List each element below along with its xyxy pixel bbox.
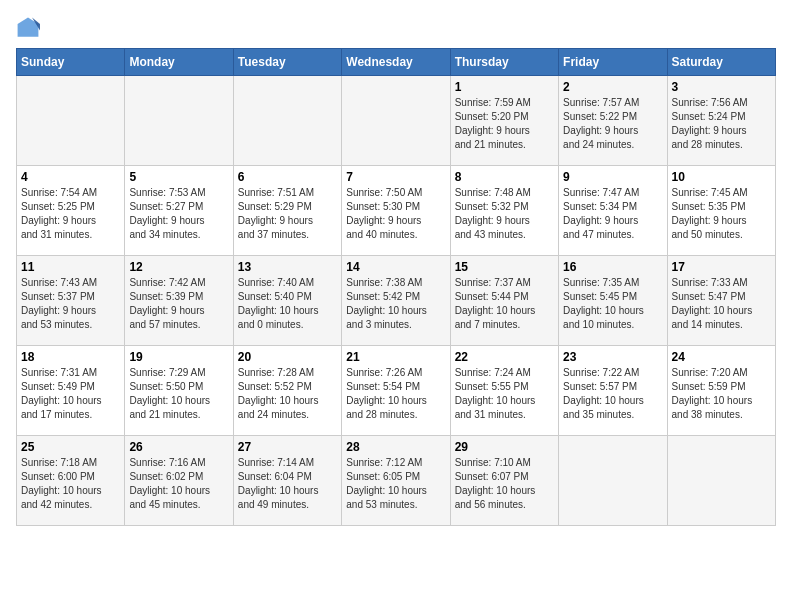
calendar-cell: 26Sunrise: 7:16 AM Sunset: 6:02 PM Dayli… (125, 436, 233, 526)
header-day-thursday: Thursday (450, 49, 558, 76)
day-detail: Sunrise: 7:26 AM Sunset: 5:54 PM Dayligh… (346, 366, 445, 422)
day-number: 2 (563, 80, 662, 94)
calendar-cell: 3Sunrise: 7:56 AM Sunset: 5:24 PM Daylig… (667, 76, 775, 166)
day-detail: Sunrise: 7:54 AM Sunset: 5:25 PM Dayligh… (21, 186, 120, 242)
day-detail: Sunrise: 7:47 AM Sunset: 5:34 PM Dayligh… (563, 186, 662, 242)
day-number: 29 (455, 440, 554, 454)
logo (16, 16, 44, 40)
day-detail: Sunrise: 7:29 AM Sunset: 5:50 PM Dayligh… (129, 366, 228, 422)
calendar-cell: 21Sunrise: 7:26 AM Sunset: 5:54 PM Dayli… (342, 346, 450, 436)
day-number: 12 (129, 260, 228, 274)
day-detail: Sunrise: 7:35 AM Sunset: 5:45 PM Dayligh… (563, 276, 662, 332)
day-number: 1 (455, 80, 554, 94)
day-number: 19 (129, 350, 228, 364)
day-detail: Sunrise: 7:20 AM Sunset: 5:59 PM Dayligh… (672, 366, 771, 422)
calendar-cell: 4Sunrise: 7:54 AM Sunset: 5:25 PM Daylig… (17, 166, 125, 256)
day-detail: Sunrise: 7:33 AM Sunset: 5:47 PM Dayligh… (672, 276, 771, 332)
calendar-cell: 11Sunrise: 7:43 AM Sunset: 5:37 PM Dayli… (17, 256, 125, 346)
calendar-cell: 14Sunrise: 7:38 AM Sunset: 5:42 PM Dayli… (342, 256, 450, 346)
day-detail: Sunrise: 7:48 AM Sunset: 5:32 PM Dayligh… (455, 186, 554, 242)
day-detail: Sunrise: 7:18 AM Sunset: 6:00 PM Dayligh… (21, 456, 120, 512)
day-detail: Sunrise: 7:56 AM Sunset: 5:24 PM Dayligh… (672, 96, 771, 152)
day-number: 16 (563, 260, 662, 274)
day-number: 11 (21, 260, 120, 274)
day-number: 22 (455, 350, 554, 364)
page-header (16, 16, 776, 40)
header-day-monday: Monday (125, 49, 233, 76)
day-detail: Sunrise: 7:38 AM Sunset: 5:42 PM Dayligh… (346, 276, 445, 332)
day-number: 3 (672, 80, 771, 94)
calendar-cell: 7Sunrise: 7:50 AM Sunset: 5:30 PM Daylig… (342, 166, 450, 256)
header-day-saturday: Saturday (667, 49, 775, 76)
calendar-cell: 9Sunrise: 7:47 AM Sunset: 5:34 PM Daylig… (559, 166, 667, 256)
day-number: 28 (346, 440, 445, 454)
calendar-cell: 24Sunrise: 7:20 AM Sunset: 5:59 PM Dayli… (667, 346, 775, 436)
calendar-cell: 12Sunrise: 7:42 AM Sunset: 5:39 PM Dayli… (125, 256, 233, 346)
calendar-cell: 13Sunrise: 7:40 AM Sunset: 5:40 PM Dayli… (233, 256, 341, 346)
day-number: 10 (672, 170, 771, 184)
calendar-cell (233, 76, 341, 166)
day-number: 15 (455, 260, 554, 274)
day-detail: Sunrise: 7:40 AM Sunset: 5:40 PM Dayligh… (238, 276, 337, 332)
day-detail: Sunrise: 7:16 AM Sunset: 6:02 PM Dayligh… (129, 456, 228, 512)
calendar-cell: 8Sunrise: 7:48 AM Sunset: 5:32 PM Daylig… (450, 166, 558, 256)
calendar-cell: 22Sunrise: 7:24 AM Sunset: 5:55 PM Dayli… (450, 346, 558, 436)
calendar-cell: 16Sunrise: 7:35 AM Sunset: 5:45 PM Dayli… (559, 256, 667, 346)
day-number: 27 (238, 440, 337, 454)
calendar-cell: 2Sunrise: 7:57 AM Sunset: 5:22 PM Daylig… (559, 76, 667, 166)
day-detail: Sunrise: 7:28 AM Sunset: 5:52 PM Dayligh… (238, 366, 337, 422)
calendar-cell: 15Sunrise: 7:37 AM Sunset: 5:44 PM Dayli… (450, 256, 558, 346)
calendar-week-4: 18Sunrise: 7:31 AM Sunset: 5:49 PM Dayli… (17, 346, 776, 436)
day-number: 21 (346, 350, 445, 364)
day-detail: Sunrise: 7:22 AM Sunset: 5:57 PM Dayligh… (563, 366, 662, 422)
day-detail: Sunrise: 7:59 AM Sunset: 5:20 PM Dayligh… (455, 96, 554, 152)
day-number: 18 (21, 350, 120, 364)
day-number: 20 (238, 350, 337, 364)
calendar-cell (667, 436, 775, 526)
calendar-cell (342, 76, 450, 166)
calendar-cell: 20Sunrise: 7:28 AM Sunset: 5:52 PM Dayli… (233, 346, 341, 436)
logo-icon (16, 16, 40, 40)
day-detail: Sunrise: 7:43 AM Sunset: 5:37 PM Dayligh… (21, 276, 120, 332)
calendar-cell (559, 436, 667, 526)
calendar-cell (17, 76, 125, 166)
day-number: 14 (346, 260, 445, 274)
calendar-week-5: 25Sunrise: 7:18 AM Sunset: 6:00 PM Dayli… (17, 436, 776, 526)
calendar-week-3: 11Sunrise: 7:43 AM Sunset: 5:37 PM Dayli… (17, 256, 776, 346)
day-number: 8 (455, 170, 554, 184)
day-detail: Sunrise: 7:51 AM Sunset: 5:29 PM Dayligh… (238, 186, 337, 242)
day-number: 6 (238, 170, 337, 184)
day-detail: Sunrise: 7:50 AM Sunset: 5:30 PM Dayligh… (346, 186, 445, 242)
header-row: SundayMondayTuesdayWednesdayThursdayFrid… (17, 49, 776, 76)
day-detail: Sunrise: 7:12 AM Sunset: 6:05 PM Dayligh… (346, 456, 445, 512)
calendar-cell: 5Sunrise: 7:53 AM Sunset: 5:27 PM Daylig… (125, 166, 233, 256)
calendar-week-1: 1Sunrise: 7:59 AM Sunset: 5:20 PM Daylig… (17, 76, 776, 166)
day-detail: Sunrise: 7:14 AM Sunset: 6:04 PM Dayligh… (238, 456, 337, 512)
day-number: 5 (129, 170, 228, 184)
header-day-sunday: Sunday (17, 49, 125, 76)
day-detail: Sunrise: 7:24 AM Sunset: 5:55 PM Dayligh… (455, 366, 554, 422)
day-detail: Sunrise: 7:37 AM Sunset: 5:44 PM Dayligh… (455, 276, 554, 332)
day-number: 9 (563, 170, 662, 184)
calendar-cell: 18Sunrise: 7:31 AM Sunset: 5:49 PM Dayli… (17, 346, 125, 436)
calendar-week-2: 4Sunrise: 7:54 AM Sunset: 5:25 PM Daylig… (17, 166, 776, 256)
day-detail: Sunrise: 7:31 AM Sunset: 5:49 PM Dayligh… (21, 366, 120, 422)
calendar-cell: 10Sunrise: 7:45 AM Sunset: 5:35 PM Dayli… (667, 166, 775, 256)
calendar-cell: 1Sunrise: 7:59 AM Sunset: 5:20 PM Daylig… (450, 76, 558, 166)
calendar-cell: 27Sunrise: 7:14 AM Sunset: 6:04 PM Dayli… (233, 436, 341, 526)
day-detail: Sunrise: 7:45 AM Sunset: 5:35 PM Dayligh… (672, 186, 771, 242)
calendar-cell: 28Sunrise: 7:12 AM Sunset: 6:05 PM Dayli… (342, 436, 450, 526)
header-day-wednesday: Wednesday (342, 49, 450, 76)
header-day-tuesday: Tuesday (233, 49, 341, 76)
calendar-cell (125, 76, 233, 166)
calendar-body: 1Sunrise: 7:59 AM Sunset: 5:20 PM Daylig… (17, 76, 776, 526)
calendar-header: SundayMondayTuesdayWednesdayThursdayFrid… (17, 49, 776, 76)
day-number: 13 (238, 260, 337, 274)
calendar-cell: 19Sunrise: 7:29 AM Sunset: 5:50 PM Dayli… (125, 346, 233, 436)
day-number: 25 (21, 440, 120, 454)
day-number: 4 (21, 170, 120, 184)
day-number: 17 (672, 260, 771, 274)
day-detail: Sunrise: 7:42 AM Sunset: 5:39 PM Dayligh… (129, 276, 228, 332)
day-number: 7 (346, 170, 445, 184)
day-number: 26 (129, 440, 228, 454)
